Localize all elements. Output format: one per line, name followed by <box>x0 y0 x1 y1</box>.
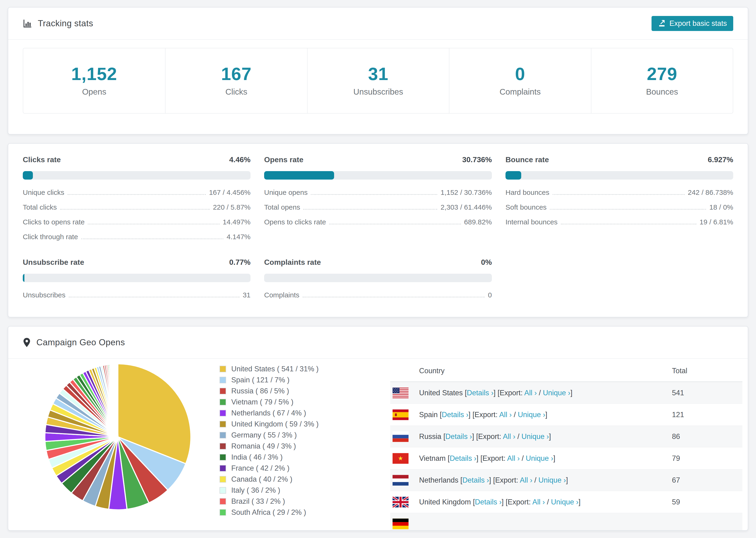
details-link[interactable]: Details › <box>445 432 472 441</box>
total-cell: 59 <box>672 498 740 506</box>
rate-stat-row: Internal bounces 19 / 6.81% <box>506 215 733 230</box>
export-all-link[interactable]: All › <box>503 432 515 441</box>
bracket-text: ] [Export: <box>494 389 524 397</box>
bracket-text: ] [Export: <box>502 498 532 506</box>
legend-swatch-icon <box>220 388 226 394</box>
rate-stat-row: Unique clicks 167 / 4.456% <box>23 185 250 200</box>
rate-section: Complaints rate 0% Complaints 0 <box>264 258 492 302</box>
legend-swatch-icon <box>220 432 226 439</box>
legend-item: Italy ( 36 / 2% ) <box>220 486 319 495</box>
rate-stat-row: Opens to clicks rate 689.82% <box>264 215 492 230</box>
export-all-link[interactable]: All › <box>520 476 532 484</box>
export-unique-link[interactable]: Unique › <box>551 498 578 506</box>
rate-stat-label: Opens to clicks rate <box>264 218 326 226</box>
summary-stat: 167 Clicks <box>165 48 307 113</box>
rate-value: 4.46% <box>229 155 250 164</box>
export-all-link[interactable]: All › <box>524 389 537 397</box>
legend-label: United States ( 541 / 31% ) <box>231 365 319 373</box>
rate-stat-label: Internal bounces <box>506 218 558 226</box>
dotted-leader <box>88 224 219 224</box>
bracket-text: ] <box>578 498 581 506</box>
rate-section: Clicks rate 4.46% Unique clicks 167 / 4.… <box>23 155 250 244</box>
summary-stat-label: Complaints <box>500 87 541 96</box>
summary-stat: 31 Unsubscribes <box>307 48 449 113</box>
country-name: Netherlands <box>419 476 460 484</box>
campaign-geo-opens-card: Campaign Geo Opens United States ( 541 /… <box>8 326 748 531</box>
rate-stat-row: Total opens 2,303 / 61.446% <box>264 200 492 215</box>
rate-value: 30.736% <box>462 155 492 164</box>
legend-item: Canada ( 40 / 2% ) <box>220 475 319 484</box>
bracket-text: ] <box>570 389 572 397</box>
dotted-leader <box>311 194 437 195</box>
export-all-link[interactable]: All › <box>532 498 545 506</box>
summary-stat: 0 Complaints <box>449 48 591 113</box>
legend-swatch-icon <box>220 509 226 516</box>
rate-title: Opens rate <box>264 155 303 164</box>
country-cell: Vietnam [Details ›] [Export: All › / Uni… <box>419 454 672 463</box>
legend-swatch-icon <box>220 443 226 450</box>
dotted-leader <box>60 209 210 210</box>
details-link[interactable]: Details › <box>467 389 494 397</box>
details-link[interactable]: Details › <box>442 410 469 419</box>
export-unique-link[interactable]: Unique › <box>521 432 549 441</box>
bar-chart-icon <box>23 19 32 28</box>
dotted-leader <box>69 297 240 297</box>
divider <box>8 358 748 359</box>
rate-stat-value: 18 / 0% <box>709 203 733 211</box>
rate-title: Clicks rate <box>23 155 61 164</box>
table-row: Vietnam [Details ›] [Export: All › / Uni… <box>390 447 742 469</box>
rate-stat-label: Soft bounces <box>506 203 547 211</box>
bracket-text: ] [Export: <box>476 454 507 462</box>
country-name: United Kingdom <box>419 498 473 506</box>
details-link[interactable]: Details › <box>462 476 489 484</box>
legend-swatch-icon <box>220 465 226 471</box>
rate-stat-label: Total clicks <box>23 203 57 211</box>
rate-stat-label: Total opens <box>264 203 300 211</box>
legend-label: Italy ( 36 / 2% ) <box>231 486 280 495</box>
export-all-link[interactable]: All › <box>507 454 519 462</box>
flag-es-icon <box>393 409 408 420</box>
export-all-link[interactable]: All › <box>499 410 512 419</box>
details-link[interactable]: Details › <box>450 454 476 462</box>
dotted-leader <box>81 239 223 239</box>
table-row: Netherlands [Details ›] [Export: All › /… <box>390 469 742 491</box>
export-unique-link[interactable]: Unique › <box>543 389 570 397</box>
page: Tracking stats Export basic stats 1,152 … <box>0 0 756 531</box>
legend-label: United Kingdom ( 59 / 3% ) <box>231 420 319 428</box>
rate-section: Opens rate 30.736% Unique opens 1,152 / … <box>264 155 492 244</box>
legend-label: Romania ( 49 / 3% ) <box>231 442 296 451</box>
export-button-label: Export basic stats <box>669 19 727 28</box>
legend-item: India ( 46 / 3% ) <box>220 453 319 461</box>
export-unique-link[interactable]: Unique › <box>526 454 553 462</box>
summary-stat-value: 0 <box>515 65 525 83</box>
bracket-text: [ <box>473 498 475 506</box>
rate-section: Bounce rate 6.927% Hard bounces 242 / 86… <box>506 155 733 244</box>
export-unique-link[interactable]: Unique › <box>518 410 545 419</box>
flag-gb-icon <box>393 497 408 508</box>
dotted-leader <box>329 224 460 224</box>
export-unique-link[interactable]: Unique › <box>538 476 566 484</box>
details-link[interactable]: Details › <box>475 498 502 506</box>
rate-section: Unsubscribe rate 0.77% Unsubscribes 31 <box>23 258 250 302</box>
dotted-leader <box>303 297 485 297</box>
slash-text: / <box>537 389 543 397</box>
legend-item: Russia ( 86 / 5% ) <box>220 387 319 395</box>
bracket-text: ] [Export: <box>468 410 499 419</box>
rate-stat-row: Click through rate 4.147% <box>23 230 250 244</box>
rate-stat-value: 0 <box>488 291 492 299</box>
bracket-text: ] <box>553 454 555 462</box>
geo-title: Campaign Geo Opens <box>36 338 125 348</box>
country-cell: United States [Details ›] [Export: All ›… <box>419 389 672 397</box>
export-basic-stats-button[interactable]: Export basic stats <box>652 16 733 31</box>
legend-swatch-icon <box>220 410 226 416</box>
total-cell: 541 <box>672 389 740 397</box>
flag-ru-icon <box>393 431 408 442</box>
dotted-leader <box>303 209 437 210</box>
rate-progress-bar <box>506 171 733 180</box>
summary-stat-label: Unsubscribes <box>353 87 403 96</box>
rate-stat-value: 167 / 4.456% <box>209 188 250 196</box>
rate-stat-value: 242 / 86.738% <box>688 188 733 196</box>
country-name: Vietnam <box>419 454 448 462</box>
flag-us-icon <box>393 388 408 398</box>
dotted-leader <box>561 224 696 224</box>
